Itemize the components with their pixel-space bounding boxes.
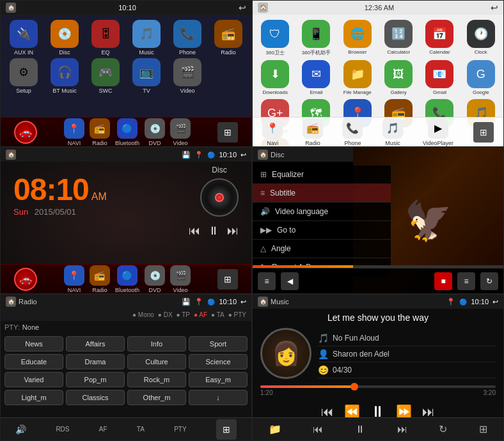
- genre-btn-rock-m[interactable]: Rock_m: [127, 372, 186, 387]
- pty-value: None: [22, 323, 39, 331]
- pause-button-p3[interactable]: ⏸: [208, 224, 219, 238]
- app-icon2-360手机助手[interactable]: 📱360手机助手: [297, 20, 335, 56]
- app-icon2-downloads[interactable]: ⬇Downloads: [256, 60, 294, 95]
- genre-btn-pop-m[interactable]: Pop_m: [66, 372, 125, 387]
- dvd-stop-btn[interactable]: ■: [434, 272, 452, 290]
- app-icon-eq[interactable]: 🎛EQ: [86, 20, 125, 56]
- app-icon-music[interactable]: 🎵Music: [127, 20, 166, 56]
- bottom-nav-item-dvd[interactable]: 💿DVD: [145, 118, 165, 146]
- app-icon-disc[interactable]: 💿Disc: [45, 20, 84, 56]
- app-icon2-browser[interactable]: 🌐Browser: [339, 20, 376, 56]
- prev-button-p3[interactable]: ⏮: [189, 224, 200, 238]
- ta-button[interactable]: TA: [137, 426, 145, 433]
- genre-btn-varied[interactable]: Varied: [4, 372, 63, 387]
- music-grid-btn[interactable]: ⊞: [479, 423, 487, 435]
- app-icon-phone[interactable]: 📞Phone: [168, 20, 207, 56]
- car-home-button[interactable]: 🚗: [14, 121, 37, 144]
- genre-btn-sport[interactable]: Sport: [189, 336, 248, 352]
- genre-btn-educate[interactable]: Educate: [4, 354, 63, 369]
- progress-thumb[interactable]: [350, 383, 358, 391]
- bottom-nav-item-bluetooth[interactable]: 🔵Bluetooth: [115, 118, 139, 146]
- car-home-button-p3[interactable]: 🚗: [14, 268, 37, 291]
- music-next2-btn[interactable]: ⏭: [397, 424, 407, 435]
- app-icon-aux-in[interactable]: 🔌AUX IN: [4, 20, 43, 56]
- dvd-repeat-btn[interactable]: ↻: [480, 272, 498, 290]
- genre-btn--[interactable]: ↓: [189, 390, 248, 405]
- app-icon2-clock[interactable]: 🕐Clock: [462, 20, 500, 56]
- bottom-nav2-item-navi[interactable]: 📍Navi: [262, 118, 283, 146]
- app-icon2-calculator[interactable]: 🔢Calculator: [380, 20, 417, 56]
- music-pause2-btn[interactable]: ⏸: [355, 424, 365, 435]
- app-icon2-gallery[interactable]: 🖼Gallery: [380, 60, 417, 95]
- home-icon-p2[interactable]: 🏠: [258, 3, 268, 13]
- app-icon-bt-music[interactable]: 🎧BT Music: [45, 58, 84, 94]
- progress-fill: [260, 385, 354, 388]
- app-label2: 360卫士: [265, 49, 284, 56]
- bottom-nav-item-video[interactable]: 🎬Video: [170, 118, 191, 146]
- app-icon2-gmail[interactable]: 📧Gmail: [421, 60, 458, 95]
- genre-btn-easy-m[interactable]: Easy_m: [189, 372, 248, 387]
- app-icon-swc[interactable]: 🎮SWC: [86, 58, 125, 94]
- grid-button-p2[interactable]: ⊞: [473, 122, 494, 143]
- af-button[interactable]: AF: [99, 426, 107, 433]
- dvd-menu-item-subtitle[interactable]: ≡Subtitle: [253, 184, 391, 203]
- genre-btn-culture[interactable]: Culture: [127, 354, 186, 369]
- dvd-menu-item-angle[interactable]: △Angle: [253, 240, 391, 258]
- music-folder-btn[interactable]: 📁: [269, 423, 281, 435]
- rds-button[interactable]: RDS: [56, 426, 69, 433]
- grid-button-p5[interactable]: ⊞: [216, 419, 237, 440]
- pty-button[interactable]: PTY: [174, 426, 186, 433]
- genre-btn-affairs[interactable]: Affairs: [66, 336, 125, 352]
- dvd-menu-item-equalizer[interactable]: ⊞Equalizer: [253, 166, 391, 184]
- bottom-nav2-item-videoplayer[interactable]: ▶VideoPlayer: [423, 118, 453, 146]
- genre-btn-news[interactable]: News: [4, 336, 63, 352]
- grid-button-p1[interactable]: ⊞: [217, 122, 238, 143]
- app-icon-setup[interactable]: ⚙Setup: [4, 58, 43, 94]
- genre-btn-classics[interactable]: Classics: [66, 390, 125, 405]
- back-icon-p5[interactable]: ↩: [240, 298, 246, 306]
- grid-button-p3[interactable]: ⊞: [217, 269, 238, 290]
- bottom-nav-item-navi[interactable]: 📍NAVI: [64, 118, 84, 146]
- music-bottom-bar: 📁 ⏮ ⏸ ⏭ ↻ ⊞: [253, 417, 503, 440]
- disk-icon-p3: 💾: [182, 151, 191, 159]
- vol-icon[interactable]: 🔊: [15, 424, 26, 435]
- indicator-pty: ● PTY: [228, 311, 246, 318]
- genre-btn-info[interactable]: Info: [127, 336, 186, 352]
- home-icon-p3[interactable]: 🏠: [6, 150, 16, 160]
- back-icon-p2[interactable]: ↩: [491, 3, 498, 13]
- genre-btn-science[interactable]: Science: [189, 354, 248, 369]
- bottom-nav2-item-phone[interactable]: 📞Phone: [342, 118, 363, 146]
- dvd-menu-item-video-language[interactable]: 🔊Video language: [253, 203, 391, 221]
- genre-btn-other-m[interactable]: Other_m: [127, 390, 186, 405]
- music-prev2-btn[interactable]: ⏮: [313, 424, 323, 435]
- dvd-menu-btn[interactable]: ≡: [258, 272, 276, 290]
- music-progress-container[interactable]: 1:20 3:20: [260, 385, 496, 396]
- dvd-list-btn[interactable]: ≡: [457, 272, 475, 290]
- app-icon2-email[interactable]: ✉Email: [297, 60, 335, 95]
- home-icon-p1[interactable]: 🏠: [6, 3, 16, 13]
- home-icon-p6[interactable]: 🏠: [258, 297, 268, 307]
- bottom-nav2-item-music[interactable]: 🎵Music: [382, 118, 403, 146]
- back-icon-p3[interactable]: ↩: [240, 151, 246, 159]
- app-icon2-calendar[interactable]: 📅Calendar: [421, 20, 458, 56]
- music-repeat-btn[interactable]: ↻: [439, 423, 447, 435]
- genre-btn-light-m[interactable]: Light_m: [4, 390, 63, 405]
- app-icon-video[interactable]: 🎬Video: [168, 58, 207, 94]
- next-button-p3[interactable]: ⏭: [227, 224, 239, 238]
- bottom-nav-item-radio[interactable]: 📻Radio: [90, 118, 110, 146]
- person-icon: 👤: [318, 349, 329, 359]
- dvd-menu-item-go-to[interactable]: ▶▶Go to: [253, 221, 391, 240]
- genre-btn-drama[interactable]: Drama: [66, 354, 125, 369]
- dvd-prev-btn[interactable]: ◀: [281, 272, 299, 290]
- home-icon-p5[interactable]: 🏠: [6, 297, 16, 307]
- app-icon2-file-manage[interactable]: 📁File Manage: [339, 60, 376, 95]
- home-icon-p4[interactable]: 🏠: [258, 150, 268, 160]
- bottom-nav2-item-radio[interactable]: 📻Radio: [303, 118, 323, 146]
- app-icon2-360卫士[interactable]: 🛡360卫士: [256, 20, 294, 56]
- app-icon2-google[interactable]: GGoogle: [462, 60, 500, 95]
- app-icon-radio[interactable]: 📻Radio: [209, 20, 248, 56]
- back-icon-p6[interactable]: ↩: [492, 298, 498, 306]
- app-label: Video: [180, 88, 195, 94]
- back-icon-p1[interactable]: ↩: [239, 3, 246, 13]
- app-icon-tv[interactable]: 📺TV: [127, 58, 166, 94]
